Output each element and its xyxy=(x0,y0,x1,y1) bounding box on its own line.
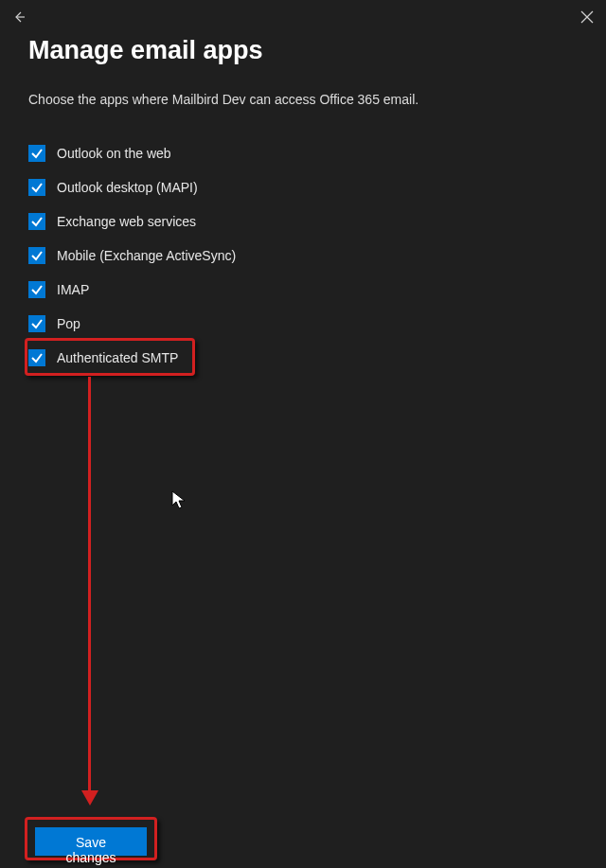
option-label: Exchange web services xyxy=(57,214,196,229)
option-pop: Pop xyxy=(28,315,578,332)
option-label: Mobile (Exchange ActiveSync) xyxy=(57,248,236,263)
checkmark-icon xyxy=(30,283,44,296)
option-label: IMAP xyxy=(57,282,89,297)
option-exchange-web: Exchange web services xyxy=(28,213,578,230)
checkbox-exchange-web[interactable] xyxy=(28,213,45,230)
checkbox-outlook-web[interactable] xyxy=(28,145,45,162)
close-button[interactable] xyxy=(578,8,597,27)
checkmark-icon xyxy=(30,147,44,160)
checkmark-icon xyxy=(30,215,44,228)
save-changes-button[interactable]: Save changes xyxy=(35,827,147,856)
option-mobile-activesync: Mobile (Exchange ActiveSync) xyxy=(28,247,578,264)
option-label: Pop xyxy=(57,316,80,331)
email-apps-list: Outlook on the web Outlook desktop (MAPI… xyxy=(28,145,578,366)
close-icon xyxy=(580,10,594,24)
checkbox-outlook-desktop[interactable] xyxy=(28,179,45,196)
option-label: Authenticated SMTP xyxy=(57,350,178,365)
checkmark-icon xyxy=(30,351,44,364)
option-authenticated-smtp: Authenticated SMTP xyxy=(28,349,578,366)
option-outlook-web: Outlook on the web xyxy=(28,145,578,162)
checkmark-icon xyxy=(30,181,44,194)
checkbox-mobile-activesync[interactable] xyxy=(28,247,45,264)
option-outlook-desktop: Outlook desktop (MAPI) xyxy=(28,179,578,196)
arrow-left-icon xyxy=(11,9,27,25)
option-label: Outlook desktop (MAPI) xyxy=(57,180,198,195)
checkmark-icon xyxy=(30,249,44,262)
back-button[interactable] xyxy=(9,8,28,27)
option-label: Outlook on the web xyxy=(57,146,171,161)
checkbox-authenticated-smtp[interactable] xyxy=(28,349,45,366)
mouse-cursor-icon xyxy=(171,490,187,511)
checkbox-imap[interactable] xyxy=(28,281,45,298)
annotation-arrow-line xyxy=(88,377,91,795)
option-imap: IMAP xyxy=(28,281,578,298)
page-title: Manage email apps xyxy=(28,36,578,65)
page-description: Choose the apps where Mailbird Dev can a… xyxy=(28,92,578,107)
checkmark-icon xyxy=(30,317,44,330)
annotation-arrow-head xyxy=(81,790,98,806)
checkbox-pop[interactable] xyxy=(28,315,45,332)
